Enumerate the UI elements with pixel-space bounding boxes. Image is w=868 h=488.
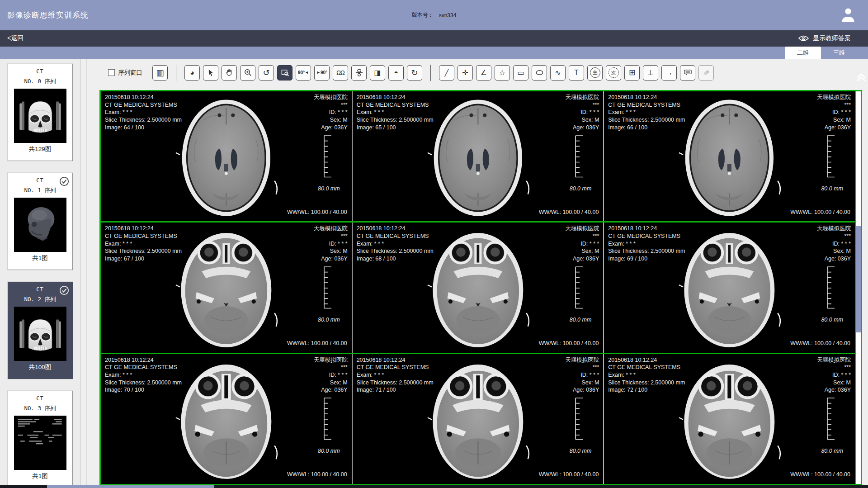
dicom-info-right: 天堰模拟医院 *** ID: * * * Sex: M Age: 036Y [314,94,348,131]
window-level-button[interactable]: ◕ [184,65,200,81]
dicom-info-left: 20150618 10:12:24 CT GE MEDICAL SYSTEMS … [608,356,685,394]
flip-horizontal-button[interactable]: ΩΩ [333,65,348,81]
viewer-cell-8[interactable]: 20150618 10:12:24 CT GE MEDICAL SYSTEMS … [352,354,604,484]
series-card-2[interactable]: CT NO. 2 序列 共100图 [8,282,73,379]
series-layout-button[interactable]: ▥ [152,65,168,81]
rotate-right-90-button[interactable]: ►90° [314,65,330,81]
back-button[interactable]: <返回 [7,34,24,43]
scale-ruler-icon [323,265,333,309]
rotate-left-90-button[interactable]: 90°◄ [296,65,311,81]
viewer-scrollbar-thumb[interactable] [856,226,861,332]
curve-button[interactable]: ∿ [550,65,566,81]
cell-slice-thickness: Slice Thickness: 2.500000 mm [608,247,685,255]
pseudo-color-button[interactable]: ◓ [388,65,404,81]
cell-manufacturer: CT GE MEDICAL SYSTEMS [357,364,434,371]
viewer-row-3: 20150618 10:12:24 CT GE MEDICAL SYSTEMS … [101,353,855,484]
pan-button[interactable] [222,65,237,81]
star-icon: ☆ [499,69,505,76]
dicom-info-left: 20150618 10:12:24 CT GE MEDICAL SYSTEMS … [105,356,182,394]
series-card-1[interactable]: CT NO. 1 序列 共1图 [8,173,73,270]
invert-button[interactable]: ◨ [370,65,385,81]
select-icon [207,68,215,77]
refresh-button[interactable]: ↻ [407,65,422,81]
cell-age: Age: 036Y [817,255,851,263]
roi-grid-button[interactable]: ⊞ [624,65,640,81]
tab-2d[interactable]: 二维 [785,47,821,59]
pan-icon [225,68,234,77]
series-sidebar: CT NO. 0 序列 共129图 CT NO. 1 序列 共1图 CT NO.… [0,59,80,488]
cell-exam: Exam: * * * [357,371,434,379]
flip-vertical-button[interactable] [351,65,367,81]
rectangle-button[interactable]: ▭ [513,65,528,81]
cell-hospital: 天堰模拟医院 [314,94,348,101]
cell-masked-name: *** [314,232,348,240]
viewer-cell-4[interactable]: 20150618 10:12:24 CT GE MEDICAL SYSTEMS … [101,223,352,352]
invert-icon: ◨ [374,69,381,76]
dicom-info-right: 天堰模拟医院 *** ID: * * * Sex: M Age: 036Y [314,356,348,394]
measure-line-button[interactable]: ╱ [439,65,454,81]
region-zoom-button[interactable] [277,65,292,81]
text-annotation-button[interactable]: T [569,65,584,81]
cell-hospital: 天堰模拟医院 [565,225,599,232]
show-teacher-answer-label: 显示教师答案 [813,34,851,43]
tab-3d[interactable]: 三维 [821,47,857,59]
viewer-cell-7[interactable]: 20150618 10:12:24 CT GE MEDICAL SYSTEMS … [101,354,352,484]
main-marker-button[interactable]: 主 [587,65,603,81]
scale-label: 80.0 mm [821,185,843,193]
cell-age: Age: 036Y [565,255,599,263]
star-button[interactable]: ☆ [495,65,510,81]
ellipse-button[interactable] [532,65,547,81]
scale-ruler-icon [574,397,584,441]
horizontal-scrollbar-thumb[interactable] [47,485,214,488]
viewer-cell-1[interactable]: 20150618 10:12:24 CT GE MEDICAL SYSTEMS … [101,91,352,221]
dicom-info-left: 20150618 10:12:24 CT GE MEDICAL SYSTEMS … [105,225,182,262]
series-title: NO. 1 序列 [8,187,72,194]
pseudo-color-icon: ◓ [394,69,398,76]
secondary-marker-button[interactable]: 次 [606,65,621,81]
cell-masked-name: *** [565,232,599,240]
scroll-up-chevron-icon[interactable] [855,71,868,83]
dicom-info-right: 天堰模拟医院 *** ID: * * * Sex: M Age: 036Y [565,94,599,131]
arrow-button[interactable]: → [661,65,677,81]
viewer-cell-2[interactable]: 20150618 10:12:24 CT GE MEDICAL SYSTEMS … [352,91,604,221]
viewer-cell-5[interactable]: 20150618 10:12:24 CT GE MEDICAL SYSTEMS … [352,223,604,352]
cell-sex: Sex: M [565,247,599,255]
series-window-checkbox[interactable] [108,69,115,76]
viewer-cell-3[interactable]: 20150618 10:12:24 CT GE MEDICAL SYSTEMS … [603,91,855,221]
series-title: NO. 3 序列 [8,405,72,412]
rotate-cycle-button[interactable]: ↺ [259,65,274,81]
angle-button[interactable]: ∠ [476,65,491,81]
horizontal-scrollbar[interactable] [0,485,868,488]
rotate-left-90-icon: ◄ [305,71,309,75]
scale-label: 80.0 mm [570,316,592,324]
series-card-3[interactable]: CT NO. 3 序列 共1图 [8,391,73,488]
series-card-0[interactable]: CT NO. 0 序列 共129图 [8,64,73,161]
zoom-in-button[interactable] [240,65,255,81]
secondary-marker-label: 次 [609,67,619,78]
dicom-info-left: 20150618 10:12:24 CT GE MEDICAL SYSTEMS … [608,225,685,262]
cell-exam: Exam: * * * [608,371,685,379]
cell-sex: Sex: M [817,247,851,255]
rotate-cycle-icon: ↺ [263,69,269,77]
series-checked-icon [59,285,69,295]
viewer-scrollbar[interactable] [855,91,861,484]
move-crosshair-button[interactable]: ✛ [458,65,473,81]
comment-button[interactable] [680,65,695,81]
viewer-cell-6[interactable]: 20150618 10:12:24 CT GE MEDICAL SYSTEMS … [603,223,855,352]
cell-masked-name: *** [565,101,599,109]
cell-patient-id: ID: * * * [565,371,599,379]
series-window-toggle[interactable]: 序列窗口 [108,69,142,77]
angle-icon: ∠ [481,69,487,76]
user-avatar-icon[interactable] [840,6,856,24]
eraser-button [698,65,714,81]
series-image-count: 共1图 [8,254,72,262]
selected-series-viewport: 20150618 10:12:24 CT GE MEDICAL SYSTEMS … [99,90,862,485]
perpendicular-button[interactable]: ⊥ [643,65,658,81]
show-teacher-answer-button[interactable]: 显示教师答案 [798,34,851,43]
series-checked-icon [59,176,69,186]
dicom-info-left: 20150618 10:12:24 CT GE MEDICAL SYSTEMS … [608,94,685,131]
select-button[interactable] [203,65,218,81]
viewer-cell-9[interactable]: 20150618 10:12:24 CT GE MEDICAL SYSTEMS … [603,354,855,484]
cell-exam: Exam: * * * [357,109,434,116]
secondary-navbar: <返回 显示教师答案 [0,30,868,47]
